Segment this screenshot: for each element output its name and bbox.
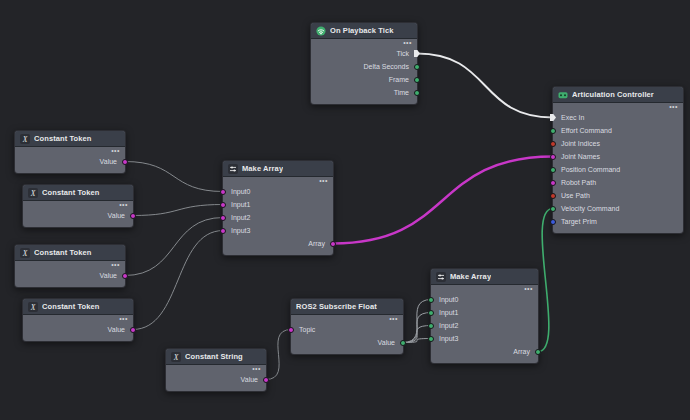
port-label: Input2 (439, 322, 458, 329)
node-body: •••Value (23, 201, 133, 227)
port-row: Target Prim (553, 215, 683, 228)
magenta-port[interactable] (122, 159, 128, 165)
svg-text:X: X (173, 352, 179, 361)
magenta-port[interactable] (288, 327, 294, 333)
magenta-port[interactable] (130, 213, 136, 219)
node-title: Articulation Controller (572, 90, 654, 99)
magenta-port[interactable] (220, 215, 226, 221)
port-row: Value (23, 323, 133, 336)
green-port[interactable] (428, 336, 434, 342)
green-port[interactable] (550, 167, 556, 173)
node-make_array_1[interactable]: Make Array•••Input0Input1Input2Input3Arr… (222, 160, 334, 256)
node-menu-dots[interactable]: ••• (431, 286, 538, 293)
port-row: Joint Names (553, 150, 683, 163)
node-header[interactable]: Articulation Controller (553, 87, 683, 103)
node-constant_token_4[interactable]: XConstant Token•••Value (22, 298, 134, 342)
green-port[interactable] (414, 64, 420, 70)
node-header[interactable]: XConstant Token (23, 299, 133, 315)
port-row: Exec In (553, 111, 683, 124)
node-title: Constant Token (34, 134, 92, 143)
node-header[interactable]: XConstant Token (15, 131, 125, 147)
edge-0[interactable] (417, 54, 553, 118)
node-header[interactable]: XConstant String (166, 349, 266, 365)
node-body: •••Value (23, 315, 133, 341)
port-row: Array (223, 237, 333, 250)
port-label: Value (108, 326, 125, 333)
node-ros2_subscribe_float[interactable]: ROS2 Subscribe Float•••TopicValue (290, 298, 404, 355)
magenta-port[interactable] (550, 180, 556, 186)
node-header[interactable]: XConstant Token (23, 185, 133, 201)
token-icon: X (28, 188, 38, 198)
magenta-port[interactable] (330, 241, 336, 247)
node-menu-dots[interactable]: ••• (553, 104, 683, 111)
port-label: Use Path (561, 192, 590, 199)
blue-port[interactable] (550, 219, 556, 225)
port-label: Input3 (231, 227, 250, 234)
port-label: Input1 (439, 309, 458, 316)
node-menu-dots[interactable]: ••• (311, 40, 417, 47)
edge-1[interactable] (333, 157, 553, 244)
green-port[interactable] (414, 77, 420, 83)
node-menu-dots[interactable]: ••• (223, 178, 333, 185)
node-make_array_2[interactable]: Make Array•••Input0Input1Input2Input3Arr… (430, 268, 539, 364)
green-port[interactable] (550, 128, 556, 134)
exec-port[interactable] (550, 114, 556, 121)
node-header[interactable]: Make Array (223, 161, 333, 177)
edge-3[interactable] (133, 205, 223, 216)
magenta-port[interactable] (220, 202, 226, 208)
node-header[interactable]: XConstant Token (15, 245, 125, 261)
edge-6[interactable] (266, 330, 291, 380)
magenta-port[interactable] (550, 154, 556, 160)
node-menu-dots[interactable]: ••• (291, 316, 403, 323)
edge-11[interactable] (538, 209, 553, 352)
node-menu-dots[interactable]: ••• (15, 262, 125, 269)
port-label: Input3 (439, 335, 458, 342)
port-row: Input1 (431, 306, 538, 319)
node-header[interactable]: Make Array (431, 269, 538, 285)
node-title: Make Array (242, 164, 283, 173)
node-header[interactable]: ROS2 Subscribe Float (291, 299, 403, 315)
green-port[interactable] (535, 349, 541, 355)
magenta-port[interactable] (130, 327, 136, 333)
port-label: Array (308, 240, 325, 247)
magenta-port[interactable] (122, 273, 128, 279)
node-constant_token_1[interactable]: XConstant Token•••Value (14, 130, 126, 174)
node-constant_token_2[interactable]: XConstant Token•••Value (22, 184, 134, 228)
red-port[interactable] (550, 193, 556, 199)
token-icon: X (28, 302, 38, 312)
port-label: Target Prim (561, 218, 597, 225)
port-row: Joint Indices (553, 137, 683, 150)
node-constant_string[interactable]: XConstant String•••Value (165, 348, 267, 392)
port-label: Tick (396, 50, 409, 57)
token-icon: X (20, 134, 30, 144)
green-port[interactable] (550, 206, 556, 212)
magenta-port[interactable] (263, 377, 269, 383)
green-port[interactable] (428, 323, 434, 329)
node-menu-dots[interactable]: ••• (15, 148, 125, 155)
node-constant_token_3[interactable]: XConstant Token•••Value (14, 244, 126, 288)
green-port[interactable] (428, 310, 434, 316)
magenta-port[interactable] (220, 228, 226, 234)
node-header[interactable]: On Playback Tick (311, 23, 417, 39)
edge-2[interactable] (125, 162, 223, 192)
node-graph-canvas[interactable]: On Playback Tick•••TickDelta SecondsFram… (0, 0, 690, 420)
port-row: Frame (311, 73, 417, 86)
node-on_playback_tick[interactable]: On Playback Tick•••TickDelta SecondsFram… (310, 22, 418, 105)
token-icon: X (171, 352, 181, 362)
node-title: On Playback Tick (330, 26, 394, 35)
node-menu-dots[interactable]: ••• (23, 316, 133, 323)
red-port[interactable] (550, 141, 556, 147)
edge-4[interactable] (125, 218, 223, 276)
node-menu-dots[interactable]: ••• (166, 366, 266, 373)
edge-5[interactable] (133, 231, 223, 330)
node-articulation_controller[interactable]: Articulation Controller•••Exec InEffort … (552, 86, 684, 234)
node-body: •••Value (15, 147, 125, 173)
green-port[interactable] (428, 297, 434, 303)
port-row: Value (15, 155, 125, 168)
green-port[interactable] (414, 90, 420, 96)
green-port[interactable] (400, 340, 406, 346)
port-label: Effort Command (561, 127, 612, 134)
token-icon: X (20, 248, 30, 258)
magenta-port[interactable] (220, 189, 226, 195)
node-menu-dots[interactable]: ••• (23, 202, 133, 209)
